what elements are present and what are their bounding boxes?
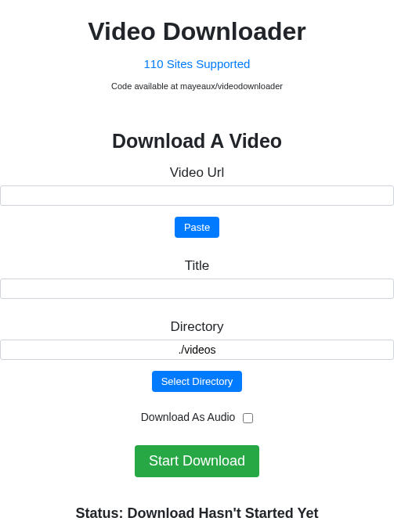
sites-supported-link[interactable]: 110 Sites Supported bbox=[0, 57, 394, 70]
status-prefix: Status: bbox=[75, 505, 127, 521]
status-text: Status: Download Hasn't Started Yet bbox=[0, 505, 394, 522]
title-label: Title bbox=[0, 258, 394, 274]
directory-label: Directory bbox=[0, 319, 394, 335]
select-directory-button[interactable]: Select Directory bbox=[152, 371, 243, 392]
video-url-input[interactable] bbox=[0, 185, 394, 206]
status-message: Download Hasn't Started Yet bbox=[128, 505, 319, 521]
video-url-label: Video Url bbox=[0, 165, 394, 181]
title-input[interactable] bbox=[0, 279, 394, 299]
code-availability-note: Code available at mayeaux/videodownloade… bbox=[0, 81, 394, 91]
directory-input[interactable] bbox=[0, 340, 394, 360]
app-title: Video Downloader bbox=[0, 17, 394, 46]
start-download-button[interactable]: Start Download bbox=[135, 445, 259, 477]
paste-button[interactable]: Paste bbox=[175, 217, 219, 238]
audio-checkbox-label: Download As Audio bbox=[141, 411, 236, 423]
form-heading: Download A Video bbox=[0, 130, 394, 153]
audio-checkbox[interactable] bbox=[243, 413, 253, 423]
